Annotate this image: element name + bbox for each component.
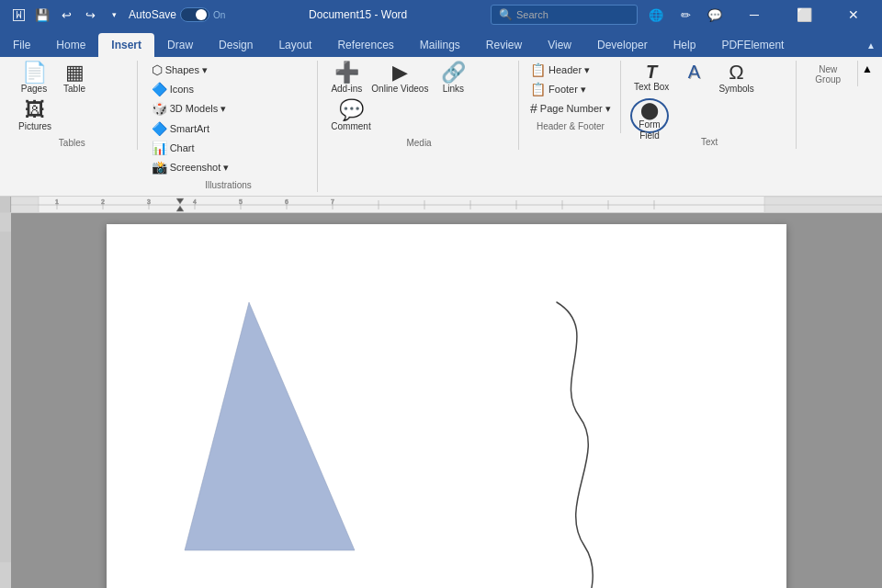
header-icon: 📋 <box>530 62 546 77</box>
title-bar-left: 🅆 💾 ↩ ↪ ▾ AutoSave On <box>7 4 225 26</box>
symbols-label: Symbols <box>718 84 753 95</box>
comment-insert-label: Comment <box>331 121 370 132</box>
ribbon-collapse[interactable]: ▲ <box>860 61 875 77</box>
symbols-btn[interactable]: Ω Symbols <box>715 61 757 96</box>
redo-btn[interactable]: ↪ <box>79 4 101 26</box>
save-btn[interactable]: 💾 <box>31 4 53 26</box>
group-media: ➕ Add-ins ▶ Online Videos 🔗 Links 💬 Comm… <box>320 61 518 150</box>
symbols-icon: Ω <box>729 62 743 83</box>
svg-text:7: 7 <box>331 198 334 205</box>
ribbon-tabs: File Home Insert Draw Design Layout Refe… <box>0 29 882 57</box>
tab-insert[interactable]: Insert <box>98 33 154 57</box>
toggle-dot <box>196 9 207 20</box>
drawing-canvas <box>107 224 786 588</box>
formfield-btn[interactable]: ⬤ Form Field <box>630 98 669 133</box>
screenshot-btn[interactable]: 📸 Screenshot ▾ <box>147 158 234 176</box>
smartart-label: SmartArt <box>170 123 209 134</box>
screenshot-icon: 📸 <box>152 160 167 175</box>
onlinevideos-label: Online Videos <box>371 84 428 95</box>
group-text: T Text Box A Ω Symbols ⬤ Form Field Text <box>623 61 797 149</box>
svg-rect-23 <box>11 197 39 213</box>
pagenumber-btn[interactable]: # Page Number ▾ <box>526 99 616 118</box>
table-label: Table <box>63 84 85 95</box>
autosave-toggle[interactable] <box>180 7 209 22</box>
tab-help[interactable]: Help <box>661 33 709 57</box>
pictures-btn[interactable]: 🖼 Pictures <box>15 98 55 134</box>
tables-group-label: Tables <box>59 136 85 150</box>
links-btn[interactable]: 🔗 Links <box>434 61 472 96</box>
illustrations-items: ⬡ Shapes ▾ 🔷 Icons 🎲 3D Models ▾ 🔷 <box>147 61 311 176</box>
autosave-control: AutoSave On <box>129 7 225 22</box>
tab-mailings[interactable]: Mailings <box>407 33 473 57</box>
3dmodels-btn[interactable]: 🎲 3D Models ▾ <box>147 99 232 118</box>
textbox-btn[interactable]: T Text Box <box>630 61 673 95</box>
comment-insert-icon: 💬 <box>339 100 364 120</box>
minimize-btn[interactable]: ─ <box>733 0 775 29</box>
main-area: + <box>0 213 882 588</box>
group-tables: 📄 Pages ▦ Table 🖼 Pictures Tables <box>7 61 138 150</box>
links-label: Links <box>443 84 464 95</box>
tab-file[interactable]: File <box>0 33 43 57</box>
svg-rect-29 <box>0 562 11 588</box>
customize-btn[interactable]: ▾ <box>103 4 125 26</box>
tab-layout[interactable]: Layout <box>266 33 324 57</box>
media-group-label: Media <box>406 136 431 150</box>
tab-design[interactable]: Design <box>206 33 266 57</box>
tab-review[interactable]: Review <box>473 33 535 57</box>
pages-label: Pages <box>21 84 47 95</box>
footer-label: Footer ▾ <box>548 84 586 96</box>
footer-icon: 📋 <box>530 82 546 96</box>
tab-developer[interactable]: Developer <box>584 33 661 57</box>
tab-home[interactable]: Home <box>43 33 98 57</box>
search-bar[interactable]: 🔍 Search <box>491 5 638 25</box>
3dmodels-label: 3D Models ▾ <box>170 103 227 115</box>
addins-icon: ➕ <box>334 62 359 83</box>
title-bar-right: 🔍 Search 🌐 ✏ 💬 ─ ⬜ ✕ <box>491 0 875 29</box>
group-illustrations: ⬡ Shapes ▾ 🔷 Icons 🎲 3D Models ▾ 🔷 <box>140 61 319 192</box>
svg-text:3: 3 <box>147 198 151 205</box>
tab-pdfelement[interactable]: PDFElement <box>708 33 797 57</box>
footer-btn[interactable]: 📋 Footer ▾ <box>526 80 616 98</box>
wordart-btn[interactable]: A <box>674 61 713 84</box>
table-icon: ▦ <box>65 62 85 83</box>
close-btn[interactable]: ✕ <box>832 0 875 29</box>
document-title: Document15 - Word <box>225 8 491 21</box>
tab-view[interactable]: View <box>535 33 584 57</box>
maximize-btn[interactable]: ⬜ <box>783 0 825 29</box>
shapes-label: Shapes ▾ <box>165 64 208 76</box>
svg-text:2: 2 <box>101 198 105 205</box>
icons-btn[interactable]: 🔷 Icons <box>147 80 232 98</box>
shapes-btn[interactable]: ⬡ Shapes ▾ <box>147 61 232 79</box>
pagenumber-label: Page Number ▾ <box>540 103 611 115</box>
table-btn[interactable]: ▦ Table <box>55 61 94 96</box>
addins-label: Add-ins <box>331 84 362 95</box>
autosave-label: AutoSave <box>129 8 176 21</box>
illustrations-col2: 🔷 SmartArt 📊 Chart 📸 Screenshot ▾ <box>147 119 234 176</box>
share-icon[interactable]: 🌐 <box>645 4 667 26</box>
tab-references[interactable]: References <box>324 33 406 57</box>
undo-btn[interactable]: ↩ <box>55 4 77 26</box>
ribbon-controls: ▲ <box>860 33 882 57</box>
tab-draw[interactable]: Draw <box>154 33 206 57</box>
onlinevideos-btn[interactable]: ▶ Online Videos <box>368 61 432 96</box>
smartart-btn[interactable]: 🔷 SmartArt <box>147 119 234 138</box>
shapes-icon: ⬡ <box>152 62 163 77</box>
svg-text:1: 1 <box>55 198 59 205</box>
comment-icon[interactable]: 💬 <box>704 4 726 26</box>
svg-text:5: 5 <box>239 198 243 205</box>
ribbon-collapse-btn[interactable]: ▲ <box>860 34 882 56</box>
chart-btn[interactable]: 📊 Chart <box>147 139 234 157</box>
vertical-ruler <box>0 213 11 588</box>
draw-icon[interactable]: ✏ <box>674 4 696 26</box>
svg-text:4: 4 <box>193 198 197 205</box>
headerfooter-group-label: Header & Footer <box>537 119 605 133</box>
addins-btn[interactable]: ➕ Add-ins <box>327 61 366 96</box>
group-header-footer: 📋 Header ▾ 📋 Footer ▾ # Page Number ▾ He… <box>521 61 621 133</box>
header-btn[interactable]: 📋 Header ▾ <box>526 61 616 79</box>
pages-btn[interactable]: 📄 Pages <box>15 61 53 96</box>
comment-insert-btn[interactable]: 💬 Comment <box>327 98 374 134</box>
chart-label: Chart <box>170 142 195 153</box>
onlinevideos-icon: ▶ <box>392 62 408 83</box>
group-new: New Group <box>798 61 858 86</box>
document-page[interactable]: + <box>107 224 786 588</box>
